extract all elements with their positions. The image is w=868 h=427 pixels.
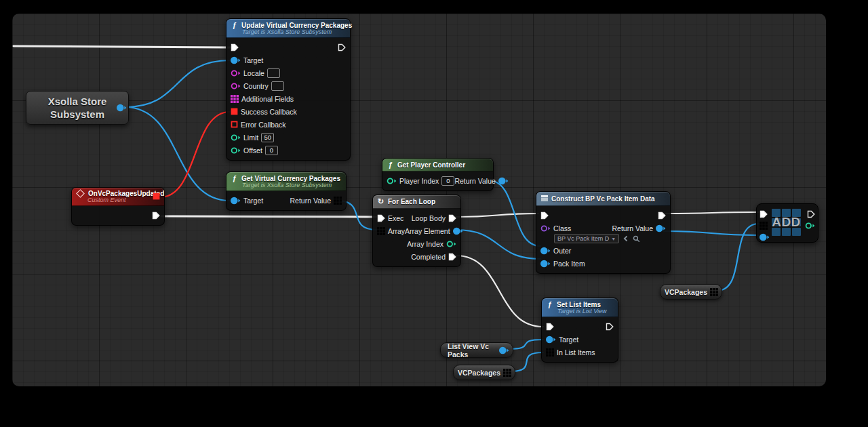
exec-pin[interactable] (540, 211, 549, 220)
variable-label: VCPackages (458, 369, 500, 377)
limit-pin[interactable] (231, 134, 241, 142)
pin-value-field[interactable] (271, 81, 284, 91)
output-pin[interactable] (710, 288, 718, 296)
node-title: Get Virtual Currency Packages (241, 175, 340, 182)
browse-icon[interactable] (633, 235, 640, 243)
output-pin[interactable] (503, 369, 511, 377)
in-list-items-pin[interactable] (546, 348, 554, 357)
class-select-dropdown[interactable]: BP Vc Pack Item D▼ (554, 234, 619, 243)
graph-layer: ƒUpdate Virtual Currency PackagesTarget … (0, 0, 868, 427)
node-header[interactable]: ƒGet Virtual Currency PackagesTarget is … (226, 172, 346, 191)
pin-value-field[interactable]: 0 (441, 176, 454, 186)
node-subtitle: Target is Xsolla Store Subsystem (242, 182, 340, 188)
pin-row: In List Items (542, 346, 618, 359)
pin-label: Locale (243, 69, 264, 77)
player-index-pin[interactable] (387, 177, 397, 185)
node-header[interactable]: ƒUpdate Virtual Currency PackagesTarget … (226, 19, 350, 38)
pin-label: Array (388, 227, 405, 235)
additional-fields-pin[interactable] (231, 95, 239, 103)
add-right-pin-1[interactable] (805, 222, 815, 230)
error-callback-pin[interactable] (231, 121, 238, 128)
exec-pin[interactable] (606, 323, 614, 331)
exec-pin[interactable] (338, 43, 346, 52)
outer-pin-group: Outer (540, 247, 571, 255)
exec-pin-group (546, 323, 554, 331)
delegate-pin[interactable] (153, 192, 160, 200)
pin-value-field[interactable]: 50 (261, 133, 274, 142)
class-pin[interactable] (540, 224, 551, 232)
node-header[interactable]: ƒSet List ItemsTarget is List View (542, 298, 618, 317)
pin-label: Player Index (399, 177, 439, 185)
use-selected-icon[interactable] (623, 235, 629, 242)
node-subtitle: Target is Xsolla Store Subsystem (242, 28, 344, 35)
node-header[interactable]: Construct BP Vc Pack Item Data (536, 192, 670, 206)
return-value-pin[interactable] (498, 177, 509, 185)
target-pin-group: Target (546, 336, 578, 344)
node-set-list-items[interactable]: ƒSet List ItemsTarget is List ViewTarget… (541, 298, 618, 363)
node-vcpackages-get-1[interactable]: VCPackages (660, 284, 722, 300)
pin-label: Additional Fields (241, 95, 294, 103)
locale-pin-group: Locale (231, 68, 280, 78)
node-construct-bp-vc-pack-item-data[interactable]: Construct BP Vc Pack Item DataClassRetur… (536, 191, 671, 274)
pin-label: Exec (388, 214, 403, 222)
output-pin[interactable] (117, 104, 127, 112)
pin-value-field[interactable] (267, 68, 280, 78)
offset-pin-group: Offset0 (231, 146, 278, 155)
pin-row: Offset0 (226, 144, 350, 157)
add-left-pin-0[interactable] (760, 210, 768, 218)
variable-label: Subsystem (50, 108, 104, 121)
node-header[interactable]: OnVcPackagesUpdatedCustom Event (72, 188, 164, 206)
exec-pin[interactable] (152, 211, 160, 220)
construct-box-icon (540, 194, 548, 203)
return-value-pin[interactable] (334, 197, 342, 205)
completed-pin[interactable] (448, 253, 456, 261)
exec-pin[interactable] (546, 323, 554, 331)
loop-body-pin-group: Loop Body (412, 214, 456, 222)
pin-row (72, 209, 164, 222)
success-callback-pin[interactable] (231, 108, 238, 115)
array-index-pin[interactable] (446, 240, 456, 248)
exec-pin[interactable] (658, 211, 666, 220)
pin-row: Limit50 (226, 131, 350, 144)
array-pin[interactable] (377, 227, 385, 235)
node-get-player-controller[interactable]: ƒGet Player ControllerPlayer Index0Retur… (382, 158, 494, 191)
target-pin[interactable] (231, 56, 241, 64)
loop-body-pin[interactable] (448, 214, 456, 222)
add-right-pin-0[interactable] (807, 210, 815, 218)
locale-pin[interactable] (231, 69, 241, 77)
pack-item-pin[interactable] (540, 260, 551, 268)
array-element-pin[interactable] (453, 227, 463, 235)
pin-row: ArrayArray Element (373, 224, 460, 237)
exec-pin[interactable] (377, 214, 385, 222)
node-get-virtual-currency-packages[interactable]: ƒGet Virtual Currency PackagesTarget is … (226, 171, 347, 211)
node-list-view-vc-packs-get[interactable]: List View Vc Packs (440, 342, 513, 358)
node-update-virtual-currency-packages[interactable]: ƒUpdate Virtual Currency PackagesTarget … (226, 18, 351, 161)
node-title: For Each Loop (388, 198, 435, 205)
add-left-pin-2[interactable] (760, 233, 770, 241)
node-vcpackages-get-2[interactable]: VCPackages (453, 365, 515, 380)
offset-pin[interactable] (231, 146, 241, 155)
node-for-each-loop[interactable]: ↻For Each LoopExecLoop BodyArrayArray El… (372, 195, 461, 267)
return-value-pin-group: Return Value (454, 177, 509, 185)
node-xsolla-store-subsystem[interactable]: Xsolla StoreSubsystem (26, 91, 129, 125)
pin-row (542, 320, 618, 333)
node-header[interactable]: ƒGet Player Controller (382, 159, 493, 171)
limit-pin-group: Limit50 (231, 133, 274, 142)
exec-pin[interactable] (231, 43, 239, 52)
pin-value-field[interactable]: 0 (265, 146, 278, 155)
target-pin[interactable] (546, 336, 556, 344)
exec-pin-group (658, 211, 666, 220)
pin-row: Additional Fields (226, 92, 350, 105)
outer-pin[interactable] (540, 247, 551, 255)
target-pin[interactable] (231, 197, 241, 205)
country-pin[interactable] (231, 82, 241, 90)
node-array-add[interactable]: ADD (756, 203, 818, 243)
pin-row: Error Callback (226, 118, 350, 131)
pin-label: Target (559, 336, 578, 344)
output-pin[interactable] (499, 346, 509, 354)
return-value-pin[interactable] (656, 224, 666, 232)
add-left-pin-1[interactable] (760, 222, 768, 230)
node-header[interactable]: ↻For Each Loop (373, 195, 460, 209)
node-on-vc-packages-updated[interactable]: OnVcPackagesUpdatedCustom Event (71, 187, 165, 226)
player-index-pin-group: Player Index0 (387, 176, 454, 186)
